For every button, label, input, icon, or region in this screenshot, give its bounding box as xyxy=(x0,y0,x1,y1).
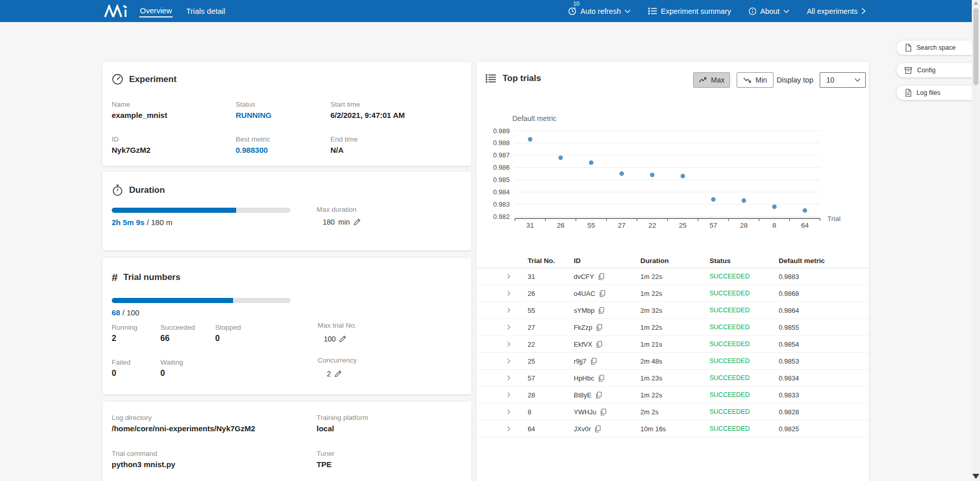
field-end-time: End time N/A xyxy=(330,135,358,154)
svg-text:25: 25 xyxy=(679,222,686,229)
experiment-info-card: Log directory /home/core/nni-experiments… xyxy=(102,402,471,481)
trial-id-text: r9jj7 xyxy=(574,357,587,365)
svg-text:0.983: 0.983 xyxy=(493,201,510,208)
copy-icon[interactable] xyxy=(599,290,606,297)
about-label: About xyxy=(760,7,780,15)
svg-text:0.984: 0.984 xyxy=(493,188,510,196)
svg-text:0.982: 0.982 xyxy=(493,213,510,221)
duration-card: Duration 2h 5m 9s / 180 m Max duration 1… xyxy=(102,172,471,250)
max-trial-value: 100 xyxy=(324,335,336,343)
display-top-select[interactable]: 10 xyxy=(820,72,866,88)
copy-icon[interactable] xyxy=(598,307,604,314)
refresh-clock-icon: 10 xyxy=(568,6,577,17)
auto-refresh-dropdown[interactable]: 10 Auto refresh xyxy=(568,6,631,17)
edit-concurrency-icon[interactable] xyxy=(335,370,342,377)
trial-id-cell: o4UAC xyxy=(574,290,606,297)
trial-id-cell: dvCFY xyxy=(574,273,604,280)
copy-icon[interactable] xyxy=(598,374,604,382)
trial-duration-cell: 2m 2s xyxy=(640,408,658,416)
trial-duration-cell: 1m 22s xyxy=(640,290,662,297)
header-default-metric: Default metric xyxy=(779,256,825,264)
row-expand-chevron-icon[interactable] xyxy=(505,408,512,415)
table-row: 27 FkZzp 1m 22s SUCCEEDED 0.9855 xyxy=(476,319,869,336)
config-label: Config xyxy=(917,67,935,74)
trial-metric-cell: 0.9883 xyxy=(779,273,799,280)
trial-id-text: o4UAC xyxy=(574,290,595,297)
experiment-card-title: Experiment xyxy=(112,73,177,85)
copy-icon[interactable] xyxy=(595,391,602,398)
field-tuner: Tuner TPE xyxy=(317,450,335,469)
stat-waiting: Waiting 0 xyxy=(160,358,183,378)
trial-no-cell: 28 xyxy=(528,391,535,399)
copy-icon[interactable] xyxy=(600,408,607,415)
trial-status-cell: SUCCEEDED xyxy=(710,391,750,398)
chevron-right-icon xyxy=(861,8,866,14)
max-button[interactable]: Max xyxy=(693,72,730,88)
tab-trials-detail[interactable]: Trials detail xyxy=(186,5,226,17)
config-button[interactable]: Config xyxy=(896,63,980,77)
top-trials-card-title: Top trials xyxy=(486,73,541,84)
svg-text:0.985: 0.985 xyxy=(493,176,510,184)
row-expand-chevron-icon[interactable] xyxy=(505,425,512,432)
trial-status-cell: SUCCEEDED xyxy=(710,425,750,432)
row-expand-chevron-icon[interactable] xyxy=(505,357,512,365)
row-expand-chevron-icon[interactable] xyxy=(505,290,512,297)
trend-down-icon xyxy=(743,76,752,84)
all-experiments-link[interactable]: All experiments xyxy=(807,7,866,15)
trial-id-text: HpHbc xyxy=(574,374,594,382)
copy-icon[interactable] xyxy=(596,324,602,331)
search-space-button[interactable]: Search space xyxy=(896,41,980,55)
status-badge: RUNNING xyxy=(236,111,272,119)
list-icon xyxy=(486,73,497,84)
trial-metric-cell: 0.9864 xyxy=(779,307,799,314)
trial-status-cell: SUCCEEDED xyxy=(710,290,750,297)
trial-id-cell: Bt8yE xyxy=(574,391,602,399)
trial-metric-cell: 0.9854 xyxy=(779,340,799,348)
duration-progress-text: 2h 5m 9s / 180 m xyxy=(112,218,172,227)
archive-box-icon xyxy=(904,67,912,74)
chevron-down-icon xyxy=(854,78,861,82)
log-files-button[interactable]: Log files xyxy=(896,86,980,100)
svg-text:0.988: 0.988 xyxy=(493,139,510,147)
experiment-summary-button[interactable]: Experiment summary xyxy=(648,7,731,15)
row-expand-chevron-icon[interactable] xyxy=(505,324,512,331)
trial-id-text: EkfVX xyxy=(574,340,592,348)
max-duration-value-row: 180 min xyxy=(323,218,361,226)
hash-icon: # xyxy=(112,271,118,284)
copy-icon[interactable] xyxy=(590,357,597,365)
row-expand-chevron-icon[interactable] xyxy=(505,307,512,314)
top-trials-table: Trial No. ID Duration Status Default met… xyxy=(476,253,869,437)
edit-max-duration-icon[interactable] xyxy=(353,218,361,226)
trial-no-cell: 57 xyxy=(528,374,535,382)
copy-icon[interactable] xyxy=(598,273,604,280)
row-expand-chevron-icon[interactable] xyxy=(505,391,512,398)
tab-overview[interactable]: Overview xyxy=(139,5,173,17)
duration-card-title: Duration xyxy=(112,184,165,196)
trial-duration-cell: 2m 48s xyxy=(640,357,662,365)
row-expand-chevron-icon[interactable] xyxy=(505,273,512,280)
trial-no-cell: 26 xyxy=(528,290,535,297)
file-icon xyxy=(904,89,912,97)
table-header-row: Trial No. ID Duration Status Default met… xyxy=(476,253,869,268)
svg-text:22: 22 xyxy=(649,222,656,229)
vertical-scrollbar[interactable] xyxy=(972,0,980,481)
trial-id-cell: sYMbp xyxy=(574,307,604,314)
info-icon xyxy=(748,7,757,15)
copy-icon[interactable] xyxy=(594,425,601,432)
about-dropdown[interactable]: About xyxy=(748,7,789,15)
scrollbar-down-arrow-icon[interactable] xyxy=(972,474,979,479)
trial-metric-cell: 0.9834 xyxy=(779,374,799,382)
scrollbar-up-arrow-icon[interactable] xyxy=(974,2,978,5)
copy-icon[interactable] xyxy=(596,340,602,348)
header-trial-no: Trial No. xyxy=(528,256,555,264)
row-expand-chevron-icon[interactable] xyxy=(505,374,512,382)
svg-text:31: 31 xyxy=(526,222,534,229)
edit-max-trial-icon[interactable] xyxy=(339,335,346,343)
trial-numbers-card: # Trial numbers 68 / 100 Running 2 Succe… xyxy=(102,258,471,394)
trial-no-cell: 27 xyxy=(528,324,535,331)
min-button[interactable]: Min xyxy=(737,72,774,88)
display-top-value: 10 xyxy=(826,76,835,84)
scrollbar-thumb[interactable] xyxy=(973,8,978,85)
row-expand-chevron-icon[interactable] xyxy=(505,340,512,348)
min-button-label: Min xyxy=(756,76,767,84)
